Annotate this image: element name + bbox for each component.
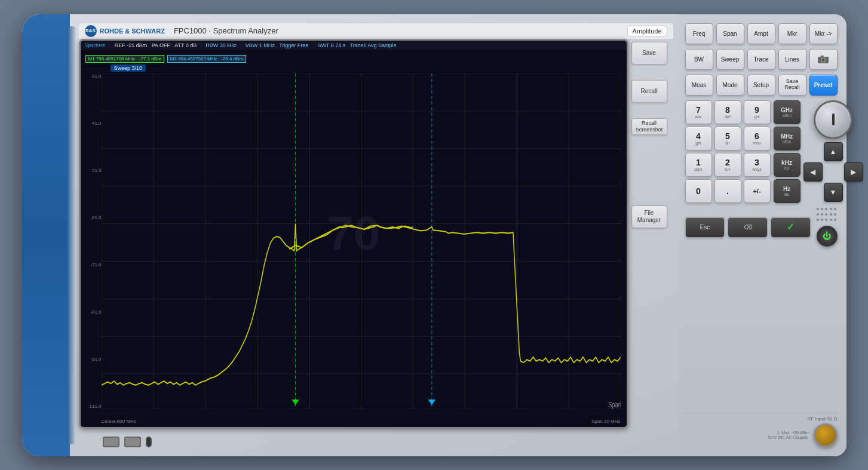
span-button[interactable]: Span: [716, 23, 744, 44]
key-7[interactable]: 7 abc: [685, 100, 712, 124]
rf-connector[interactable]: [814, 423, 838, 447]
svg-rect-29: [821, 56, 824, 57]
key-dot[interactable]: .: [714, 179, 741, 203]
save-button[interactable]: Save: [631, 42, 667, 64]
nav-knob: ▲ ◀ ▶ ▼: [803, 100, 863, 203]
amplitude-label: Amplitude: [627, 26, 667, 36]
bottom-labels: Center 800 MHz Span 20 MHz: [102, 419, 621, 424]
setup-button[interactable]: Setup: [747, 75, 775, 96]
vbw-info: VBW 1 MHz Trigger Free: [246, 42, 309, 48]
brand-name: ROHDE & SCHWARZ: [100, 27, 165, 35]
key-0[interactable]: 0: [685, 179, 712, 203]
power-button[interactable]: ⏻: [817, 226, 838, 247]
preset-button[interactable]: Preset: [809, 75, 838, 96]
save-recall-button[interactable]: Save Recall: [778, 75, 806, 96]
mode-button[interactable]: Mode: [716, 75, 744, 96]
screen-bottom: [79, 429, 673, 450]
marker-bar: M1 796.4991708 MHz -77.1 dBm M2 804.4527…: [81, 54, 627, 64]
y-label-6: -81.0: [83, 309, 102, 315]
y-label-4: -61.0: [83, 215, 102, 220]
hz-key[interactable]: Hz dB.: [774, 179, 800, 203]
key-9[interactable]: 9 ghi: [744, 100, 771, 124]
nav-keys: ▲ ◀ ▶ ▼: [803, 142, 863, 202]
rf-warning-2: 50 V DC, AC Coupled: [768, 435, 809, 440]
device-model: FPC1000 · Spectrum Analyzer: [174, 26, 278, 35]
y-label-1: -31.0: [83, 73, 102, 79]
instrument: R&S ROHDE & SCHWARZ FPC1000 · Spectrum A…: [22, 14, 846, 456]
lines-button[interactable]: Lines: [778, 49, 806, 70]
left-key[interactable]: ◀: [803, 162, 823, 182]
sweep-info: Sweep 3/10: [111, 64, 146, 72]
esc-key[interactable]: Esc: [685, 217, 725, 238]
camera-button[interactable]: [809, 49, 838, 70]
key-4[interactable]: 4 ghi: [685, 127, 712, 150]
mhz-key[interactable]: MHz dBm: [774, 127, 800, 150]
khz-key[interactable]: kHz dB: [774, 153, 800, 177]
screen-header: Spectrum REF -21 dBm PA OFF ATT 0 dB RBW…: [81, 41, 627, 50]
main-knob[interactable]: [814, 100, 852, 139]
keypad-row-2: BW Sweep Trace Lines: [685, 49, 838, 70]
key-5[interactable]: 5 jkl: [714, 127, 741, 150]
recall-button[interactable]: Recall: [631, 80, 667, 103]
svg-point-28: [822, 59, 825, 62]
right-key[interactable]: ▶: [844, 162, 863, 182]
recall-screenshot-button[interactable]: Recall Screenshot: [631, 118, 667, 135]
y-label-2: -41.0: [83, 121, 102, 126]
bw-button[interactable]: BW: [685, 49, 713, 70]
screen-container: 70 Spectrum REF -21 dBm PA OFF ATT 0 dB …: [79, 39, 628, 429]
rf-label: RF Input 50 Ω: [807, 416, 837, 422]
backspace-key[interactable]: ⌫: [728, 217, 768, 238]
down-key[interactable]: ▼: [824, 183, 843, 202]
side-menu: Save Recall Recall Screenshot File Manag…: [631, 39, 673, 429]
grid-container: Span 20 MHz: [102, 73, 621, 409]
ghz-key[interactable]: GHz -dBm: [774, 100, 800, 124]
key-8[interactable]: 8 def: [714, 100, 741, 124]
usb-port-1: [103, 437, 119, 447]
mkr-button[interactable]: Mkr: [778, 23, 806, 44]
audio-jack: [146, 437, 152, 447]
y-axis-labels: -31.0 -41.0 -51.0 -61.0 -71.0 -81.0 -91.…: [82, 73, 103, 409]
key-plusminus[interactable]: +/-: [744, 179, 771, 203]
key-1[interactable]: 1 pqrs: [685, 153, 712, 177]
rf-warning-1: ⚠ Max. +30 dBm: [768, 431, 809, 435]
ref-info: REF -21 dBm PA OFF ATT 0 dB: [115, 42, 197, 48]
center-label: Center 800 MHz: [102, 419, 136, 424]
y-label-8: -111.0: [83, 404, 102, 409]
mkr-arrow-button[interactable]: Mkr ->: [809, 23, 838, 44]
unit-keys: GHz -dBm MHz dBm kHz dB Hz dB.: [774, 100, 800, 203]
span-label: Span 20 MHz: [591, 419, 620, 424]
sweep-button[interactable]: Sweep: [716, 49, 744, 70]
mode-tag: Spectrum: [85, 42, 106, 48]
svg-text:Span 20 MHz: Span 20 MHz: [608, 401, 621, 408]
ampt-button[interactable]: Ampt: [747, 23, 775, 44]
num-grid: 7 abc 8 def 9 ghi 4 ghi 5 jkl: [685, 100, 771, 203]
up-key[interactable]: ▲: [824, 142, 843, 161]
keypad-row-3: Meas Mode Setup Save Recall Preset: [685, 75, 838, 96]
y-label-7: -91.0: [83, 357, 102, 362]
keypad-row-1: Freq Span Ampt Mkr Mkr ->: [685, 23, 838, 44]
key-6[interactable]: 6 mno: [744, 127, 771, 150]
left-panel: [22, 14, 70, 456]
title-bar: R&S ROHDE & SCHWARZ FPC1000 · Spectrum A…: [79, 23, 673, 39]
key-2[interactable]: 2 tuv: [714, 153, 741, 177]
key-3[interactable]: 3 wxyz: [744, 153, 771, 177]
numpad-section: 7 abc 8 def 9 ghi 4 ghi 5 jkl: [685, 100, 838, 203]
main-body: R&S ROHDE & SCHWARZ FPC1000 · Spectrum A…: [70, 14, 679, 456]
rf-section: RF Input 50 Ω ⚠ Max. +30 dBm 50 V DC, AC…: [685, 413, 838, 447]
trace-button[interactable]: Trace: [747, 49, 775, 70]
y-label-5: -71.0: [83, 262, 102, 268]
camera-icon: [818, 55, 829, 63]
logo-icon: R&S: [85, 25, 97, 37]
right-panel: Freq Span Ampt Mkr Mkr -> BW Sweep Trace…: [679, 14, 846, 456]
marker-1: M1 796.4991708 MHz -77.1 dBm: [85, 55, 164, 63]
file-manager-button[interactable]: File Manager: [631, 205, 667, 228]
bottom-special-row: Esc ⌫ ✓ ⏻: [685, 208, 838, 247]
freq-button[interactable]: Freq: [685, 23, 713, 44]
dots-power: ⏻: [817, 208, 838, 247]
spectrum-svg: Span 20 MHz: [102, 73, 621, 409]
y-label-3: -51.0: [83, 168, 102, 173]
rbw-info: RBW 30 kHz: [206, 42, 237, 48]
screen-display[interactable]: 70 Spectrum REF -21 dBm PA OFF ATT 0 dB …: [81, 41, 627, 427]
enter-key[interactable]: ✓: [771, 217, 811, 238]
meas-button[interactable]: Meas: [685, 75, 713, 96]
